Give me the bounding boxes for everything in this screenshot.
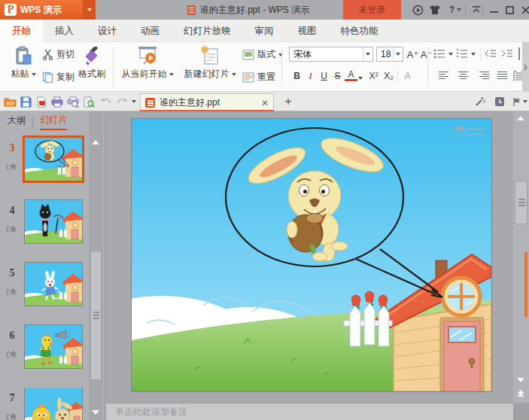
previous-slide-button[interactable] [517,390,524,397]
history-button[interactable] [493,95,506,108]
tab-insert[interactable]: 插入 [43,20,86,42]
justify-icon [497,71,508,80]
redo-button[interactable] [115,95,129,108]
slide-6-thumbnail[interactable] [25,325,82,368]
skin-theme-icon[interactable] [427,0,443,20]
tab-review[interactable]: 审阅 [243,20,286,42]
sidebar-scroll-down-icon[interactable] [92,410,99,415]
clock-icon [494,96,505,107]
font-color-dropdown-icon[interactable] [357,72,364,85]
font-size-select[interactable]: 18 [376,47,403,62]
document-tab-title: 谁的主意好.ppt [160,96,257,109]
bullets-button[interactable] [433,49,453,59]
slide-4-thumbnail[interactable] [25,200,82,243]
copy-button[interactable]: 复制 [42,71,74,84]
wps-menu-button[interactable]: P WPS 演示 [0,0,83,20]
decrease-font-button[interactable]: A⁻ [420,47,433,61]
cut-label: 剪切 [56,48,74,61]
scroll-up-icon[interactable] [517,116,524,120]
tab-view[interactable]: 视图 [286,20,329,42]
reset-button[interactable]: 重置 [242,71,275,84]
login-button[interactable]: 未登录 [343,0,401,20]
export-pdf-button[interactable] [35,95,48,108]
font-size-dropdown-icon[interactable] [393,47,403,61]
slide-3-thumbnail[interactable] [25,138,82,181]
slides-tab[interactable]: 幻灯片 [40,114,67,130]
decrease-indent-button[interactable] [485,49,497,59]
document-tab[interactable]: 谁的主意好.ppt ✕ [140,93,274,111]
slide-7-thumbnail[interactable] [25,388,82,420]
sidebar-scroll-up-icon[interactable] [92,140,99,145]
font-color-button[interactable]: A [345,69,357,81]
find-button[interactable] [82,95,96,108]
ribbon-more-button[interactable] [522,42,529,92]
scroll-down-icon[interactable] [517,378,524,382]
paste-button[interactable]: 粘贴 [6,45,41,81]
wps-menu-dropdown[interactable] [83,0,96,20]
open-folder-icon [4,96,17,107]
subscript-button[interactable]: X₂ [382,69,395,83]
strikethrough-button[interactable]: S [331,69,344,83]
font-name-select[interactable]: 宋体 [289,47,373,62]
bold-button[interactable]: B [290,69,303,83]
tab-special-features[interactable]: 特色功能 [329,20,391,42]
sidebar-scrollbar-thumb[interactable] [90,251,102,380]
undo-button[interactable] [99,95,113,108]
clear-format-button[interactable]: A [401,69,414,83]
increase-indent-button[interactable] [501,49,513,59]
text-direction-button[interactable] [517,47,521,60]
increase-font-button[interactable]: A⁺ [406,47,419,61]
notes-area[interactable]: 单击此处添加备注 [106,403,513,420]
ppt-tab-icon [145,98,155,108]
outline-tab[interactable]: 大纲 [8,114,26,129]
undo-icon [100,97,112,107]
save-button[interactable] [19,95,32,108]
layout-button[interactable]: 版式 [242,48,283,61]
new-slide-button[interactable]: 新建幻灯片 [179,45,241,81]
scrollbar-corner [513,403,529,420]
play-from-current-button[interactable]: 从当前开始 [117,45,178,81]
numbering-icon [456,49,468,59]
slide-workspace [106,111,513,420]
justify-button[interactable] [497,71,508,80]
open-file-button[interactable] [3,95,17,108]
main-scrollbar-thumb[interactable] [515,181,527,224]
magic-tools-button[interactable] [473,95,486,108]
tab-animation[interactable]: 动画 [129,20,172,42]
tab-home[interactable]: 开始 [0,20,43,42]
reset-icon [242,72,254,83]
help-button[interactable]: ? [445,0,465,20]
font-name-value: 宋体 [290,48,363,61]
wps-logo-label: WPS 演示 [20,4,62,17]
pdf-icon [36,96,47,108]
minimize-button[interactable] [485,0,502,20]
italic-button[interactable]: I [304,69,317,83]
sidebar-scrollbar[interactable] [89,111,103,420]
slide-5-thumbnail[interactable] [25,263,82,306]
superscript-button[interactable]: X² [367,69,380,83]
tab-design[interactable]: 设计 [86,20,129,42]
quick-access-bar: 谁的主意好.ppt ✕ + [0,92,529,111]
tab-close-icon[interactable]: ✕ [261,99,269,108]
underline-button[interactable]: U [318,69,330,83]
format-painter-button[interactable]: 格式刷 [75,47,108,81]
print-button[interactable] [50,95,64,108]
quickbar-dropdown-icon[interactable] [129,95,138,108]
new-tab-button[interactable]: + [281,95,295,108]
save-icon [20,96,32,108]
maximize-button[interactable] [501,0,518,20]
flag-button[interactable] [512,95,528,108]
align-left-button[interactable] [438,71,449,80]
print-preview-button[interactable] [66,95,80,108]
align-center-button[interactable] [458,71,469,80]
cut-button[interactable]: 剪切 [42,48,74,61]
align-right-button[interactable] [479,71,490,80]
tab-slideshow[interactable]: 幻灯片放映 [172,20,243,42]
close-button[interactable] [517,0,529,20]
slide-canvas[interactable] [132,119,491,391]
main-scrollbar[interactable] [513,111,529,420]
wps-community-icon[interactable] [409,0,426,20]
numbering-button[interactable] [456,49,476,59]
font-size-value: 18 [377,49,393,59]
font-name-dropdown-icon[interactable] [363,47,372,61]
